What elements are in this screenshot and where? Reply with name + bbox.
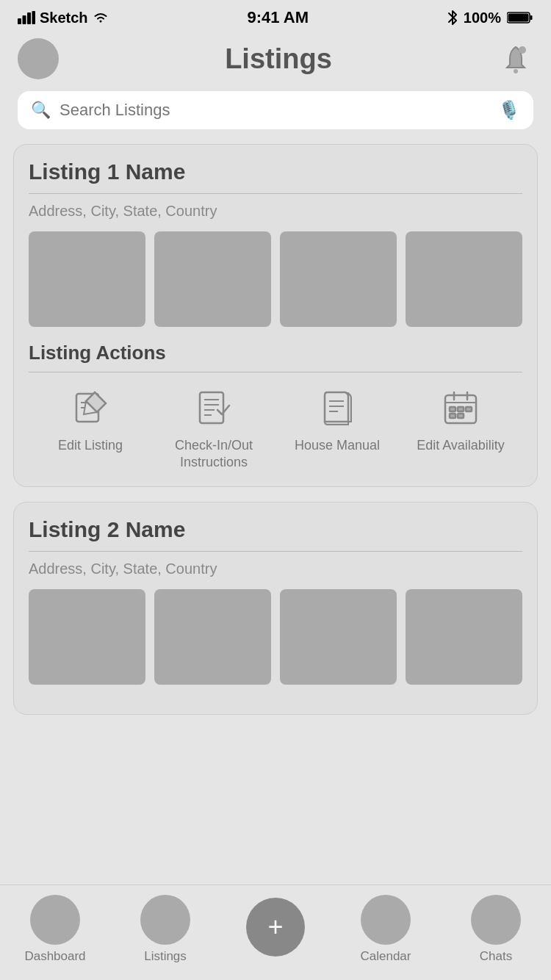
svg-rect-24 — [450, 407, 455, 411]
chats-icon — [471, 895, 521, 945]
listing-2-divider — [29, 551, 522, 552]
nav-item-listings[interactable]: Listings — [121, 895, 209, 964]
notifications-button[interactable] — [498, 41, 533, 76]
checkin-icon-box — [190, 384, 237, 431]
nav-item-calendar[interactable]: Calendar — [342, 895, 430, 964]
nav-item-add[interactable]: + — [231, 898, 320, 961]
listing-card-1: Listing 1 Name Address, City, State, Cou… — [13, 144, 538, 487]
listing-1-divider — [29, 193, 522, 194]
search-bar[interactable]: 🔍 🎙️ — [18, 91, 533, 129]
listing-1-photo-1 — [29, 231, 145, 327]
edit-availability-icon-box — [437, 384, 484, 431]
edit-listing-icon — [71, 388, 110, 428]
status-bar: Sketch 9:41 AM 100% — [0, 0, 551, 32]
microphone-icon[interactable]: 🎙️ — [498, 100, 520, 120]
checkin-label: Check-In/Out Instructions — [162, 437, 265, 472]
svg-point-7 — [514, 69, 518, 73]
svg-rect-27 — [450, 414, 455, 418]
house-manual-icon — [317, 388, 357, 428]
search-icon: 🔍 — [31, 101, 51, 120]
status-carrier: Sketch — [18, 10, 109, 26]
listings-icon — [140, 895, 190, 945]
actions-divider — [29, 372, 522, 372]
dashboard-label: Dashboard — [24, 949, 85, 964]
svg-rect-3 — [32, 11, 36, 24]
nav-item-dashboard[interactable]: Dashboard — [11, 895, 99, 964]
listing-1-photos — [29, 231, 522, 327]
listing-1-photo-3 — [280, 231, 397, 327]
listing-2-address: Address, City, State, Country — [29, 561, 522, 577]
carrier-name: Sketch — [40, 10, 88, 26]
listing-2-photo-1 — [29, 589, 145, 685]
status-time: 9:41 AM — [247, 8, 309, 27]
nav-item-chats[interactable]: Chats — [452, 895, 540, 964]
edit-listing-label: Edit Listing — [58, 437, 123, 454]
listing-actions-row: Edit Listing Check-In/Out Instructions — [29, 384, 522, 472]
house-manual-icon-box — [314, 384, 361, 431]
edit-availability-action[interactable]: Edit Availability — [409, 384, 512, 472]
house-manual-action[interactable]: House Manual — [286, 384, 389, 472]
page-header: Listings — [0, 32, 551, 88]
signal-icon — [18, 11, 35, 24]
edit-availability-label: Edit Availability — [417, 437, 505, 454]
listing-actions-title: Listing Actions — [29, 342, 522, 364]
calendar-icon — [361, 895, 411, 945]
listing-2-photo-4 — [406, 589, 522, 685]
edit-listing-action[interactable]: Edit Listing — [39, 384, 142, 472]
listing-2-title: Listing 2 Name — [29, 517, 522, 542]
svg-rect-5 — [530, 15, 532, 20]
svg-rect-0 — [18, 18, 21, 24]
listings-scroll: Listing 1 Name Address, City, State, Cou… — [0, 144, 551, 832]
status-right: 100% — [447, 10, 533, 26]
avatar[interactable] — [18, 38, 59, 79]
edit-listing-icon-box — [67, 384, 114, 431]
svg-rect-2 — [27, 12, 31, 24]
svg-rect-12 — [200, 392, 223, 423]
dashboard-icon — [30, 895, 80, 945]
svg-rect-1 — [23, 15, 26, 24]
checkin-icon — [194, 388, 234, 428]
svg-rect-6 — [508, 14, 528, 22]
battery-text: 100% — [464, 10, 501, 26]
edit-availability-icon — [441, 388, 480, 428]
calendar-label: Calendar — [361, 949, 411, 964]
listing-card-2: Listing 2 Name Address, City, State, Cou… — [13, 502, 538, 715]
bluetooth-icon — [447, 10, 458, 26]
battery-icon — [507, 11, 533, 24]
checkin-instructions-action[interactable]: Check-In/Out Instructions — [162, 384, 265, 472]
page-title: Listings — [225, 43, 332, 75]
listing-2-photo-3 — [280, 589, 397, 685]
svg-point-8 — [519, 46, 526, 54]
listing-2-photos — [29, 589, 522, 685]
search-input[interactable] — [60, 101, 489, 120]
house-manual-label: House Manual — [295, 437, 380, 454]
listing-1-title: Listing 1 Name — [29, 159, 522, 184]
bell-icon — [503, 44, 529, 73]
svg-rect-26 — [466, 407, 472, 411]
chats-label: Chats — [480, 949, 512, 964]
listing-1-photo-4 — [406, 231, 522, 327]
listings-label: Listings — [144, 949, 187, 964]
svg-rect-25 — [458, 407, 464, 411]
svg-rect-28 — [458, 414, 464, 418]
listing-1-address: Address, City, State, Country — [29, 203, 522, 220]
bottom-nav: Dashboard Listings + Calendar Chats — [0, 884, 551, 980]
listing-1-photo-2 — [154, 231, 271, 327]
wifi-icon — [93, 11, 109, 24]
listing-2-photo-2 — [154, 589, 271, 685]
add-icon: + — [246, 898, 305, 956]
